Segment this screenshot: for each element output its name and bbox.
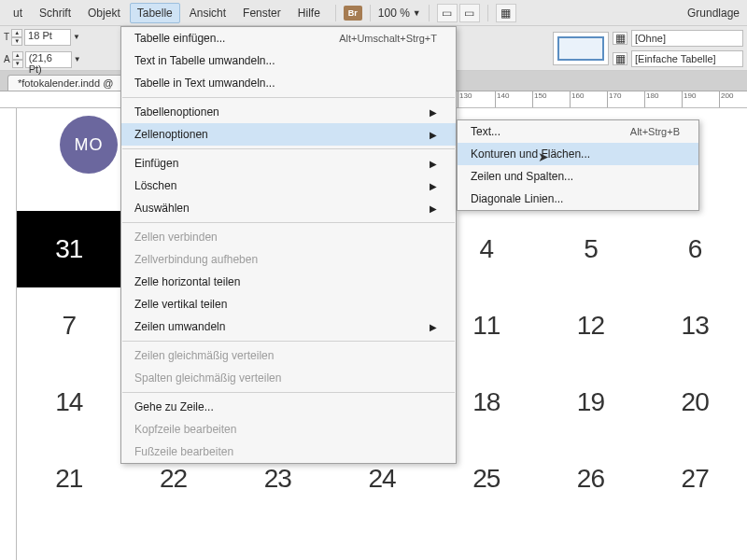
step-up-icon[interactable]: ▲ <box>12 51 23 60</box>
menu-layout[interactable]: ut <box>6 3 30 23</box>
menu-item[interactable]: Text in Tabelle umwandeln... <box>121 49 456 72</box>
ruler-tick: 140 <box>495 91 509 108</box>
menu-item[interactable]: Gehe zu Zeile... <box>121 396 456 418</box>
menu-item-label: Spalten gleichmäßig verteilen <box>134 371 281 385</box>
menu-objekt[interactable]: Objekt <box>80 3 128 23</box>
zoom-level[interactable]: 100 %▼ <box>378 7 421 20</box>
menu-item-label: Zeilen gleichmäßig verteilen <box>134 349 274 362</box>
menu-shortcut: Alt+Strg+B <box>630 126 680 137</box>
calendar-cell[interactable]: 7 <box>17 287 121 364</box>
table-style-icon[interactable]: ▦ <box>613 52 627 65</box>
submenu-arrow-icon: ▶ <box>430 107 437 118</box>
view-mode-button[interactable]: ▭ <box>437 4 458 22</box>
menu-item[interactable]: Zelle vertikal teilen <box>121 293 456 315</box>
menu-ansicht[interactable]: Ansicht <box>182 3 233 23</box>
menu-item[interactable]: Auswählen▶ <box>121 197 456 219</box>
menu-item-label: Auswählen <box>134 202 190 215</box>
menu-item[interactable]: Tabellenoptionen▶ <box>121 101 456 123</box>
font-size-input[interactable]: 18 Pt <box>24 29 71 46</box>
leading-field[interactable]: A ▲▼ (21,6 Pt) ▼ <box>4 50 81 69</box>
calendar-cell[interactable]: 27 <box>642 441 747 517</box>
menu-item[interactable]: Tabelle in Text umwandeln... <box>121 72 456 94</box>
font-size-field[interactable]: T ▲▼ 18 Pt ▼ <box>4 28 81 47</box>
menu-item[interactable]: Konturen und Flächen... <box>458 143 698 165</box>
menu-item-label: Zeilen umwandeln <box>134 320 225 333</box>
menu-item-label: Zelle vertikal teilen <box>134 298 227 311</box>
table-style-select[interactable]: [Einfache Tabelle] <box>631 50 743 67</box>
arrange-button[interactable]: ▦ <box>496 4 516 22</box>
menu-item[interactable]: Diagonale Linien... <box>458 188 698 210</box>
menu-item[interactable]: Löschen▶ <box>121 175 456 197</box>
calendar-cell[interactable]: 6 <box>642 211 747 287</box>
calendar-cell[interactable]: 5 <box>539 211 643 287</box>
menu-item: Fußzeile bearbeiten <box>121 441 456 463</box>
menu-item[interactable]: Zeilen umwandeln▶ <box>121 315 456 338</box>
menu-item-label: Konturen und Flächen... <box>471 147 590 161</box>
workspace-label[interactable]: Grundlage <box>687 7 747 20</box>
menu-schrift[interactable]: Schrift <box>32 3 78 23</box>
cell-style-icon[interactable]: ▦ <box>613 32 627 45</box>
ruler-tick: 170 <box>607 91 621 108</box>
menu-divider <box>122 148 455 149</box>
weekday-badge: MO <box>60 116 118 174</box>
calendar-cell[interactable]: 31 <box>17 211 121 287</box>
menu-item[interactable]: Zellenoptionen▶ <box>121 123 456 146</box>
menu-item[interactable]: Tabelle einfügen...Alt+Umschalt+Strg+T <box>121 27 456 49</box>
menu-item-label: Zellverbindung aufheben <box>134 253 258 266</box>
menu-divider <box>122 392 455 393</box>
submenu-arrow-icon: ▶ <box>430 181 437 191</box>
menu-divider <box>122 222 455 223</box>
tabelle-menu: Tabelle einfügen...Alt+Umschalt+Strg+TTe… <box>120 26 457 464</box>
calendar-cell[interactable]: 21 <box>17 441 121 517</box>
step-down-icon[interactable]: ▼ <box>11 37 22 46</box>
menu-item[interactable]: Text...Alt+Strg+B <box>458 120 698 143</box>
separator <box>335 5 336 21</box>
leading-input[interactable]: (21,6 Pt) <box>25 51 72 68</box>
leading-icon: A <box>4 54 10 64</box>
menu-item[interactable]: Zeilen und Spalten... <box>458 165 698 188</box>
calendar-cell[interactable]: 20 <box>642 364 747 441</box>
menu-item-label: Zelle horizontal teilen <box>134 275 240 288</box>
chevron-down-icon[interactable]: ▼ <box>73 33 80 41</box>
menu-item-label: Gehe zu Zeile... <box>134 400 214 413</box>
menu-item[interactable]: Einfügen▶ <box>121 152 456 175</box>
ruler-tick: 200 <box>719 91 733 108</box>
menu-fenster[interactable]: Fenster <box>235 3 289 23</box>
chevron-down-icon[interactable]: ▼ <box>74 55 81 63</box>
menu-tabelle[interactable]: Tabelle <box>130 3 180 23</box>
separator <box>429 5 430 21</box>
menu-item-label: Einfügen <box>134 157 178 170</box>
menu-item-label: Tabelle einfügen... <box>134 32 225 45</box>
cell-stroke-preview[interactable] <box>553 32 609 65</box>
ruler-tick: 130 <box>458 91 472 108</box>
menu-hilfe[interactable]: Hilfe <box>290 3 328 23</box>
menu-item: Spalten gleichmäßig verteilen <box>121 367 456 389</box>
menu-item-label: Kopfzeile bearbeiten <box>134 423 236 436</box>
calendar-cell[interactable]: 19 <box>539 364 643 441</box>
font-size-icon: T <box>4 32 9 42</box>
calendar-cell[interactable]: 13 <box>642 287 747 364</box>
ruler-tick: 150 <box>532 91 546 108</box>
menu-item[interactable]: Zelle horizontal teilen <box>121 271 456 293</box>
menu-item-label: Tabellenoptionen <box>134 105 219 119</box>
menu-item-label: Diagonale Linien... <box>471 192 563 205</box>
ruler-tick: 180 <box>644 91 658 108</box>
step-down-icon[interactable]: ▼ <box>12 60 23 68</box>
menu-item: Zeilen gleichmäßig verteilen <box>121 344 456 367</box>
vertical-ruler[interactable] <box>0 108 17 560</box>
calendar-cell[interactable]: 26 <box>539 441 643 517</box>
ruler-tick: 190 <box>682 91 696 108</box>
calendar-cell[interactable]: 14 <box>17 364 121 441</box>
menu-item-label: Tabelle in Text umwandeln... <box>134 77 275 90</box>
menu-item-label: Zellen verbinden <box>134 231 218 244</box>
menu-shortcut: Alt+Umschalt+Strg+T <box>339 33 437 44</box>
cell-style-select[interactable]: [Ohne] <box>631 30 743 47</box>
document-tab[interactable]: *fotokalender.indd @ <box>7 75 123 91</box>
bridge-icon[interactable]: Br <box>344 6 362 21</box>
step-up-icon[interactable]: ▲ <box>11 29 22 37</box>
calendar-cell[interactable]: 12 <box>539 287 643 364</box>
submenu-arrow-icon: ▶ <box>430 159 437 169</box>
menu-item: Kopfzeile bearbeiten <box>121 418 456 441</box>
submenu-arrow-icon: ▶ <box>430 322 437 332</box>
screen-mode-button[interactable]: ▭ <box>459 4 480 22</box>
